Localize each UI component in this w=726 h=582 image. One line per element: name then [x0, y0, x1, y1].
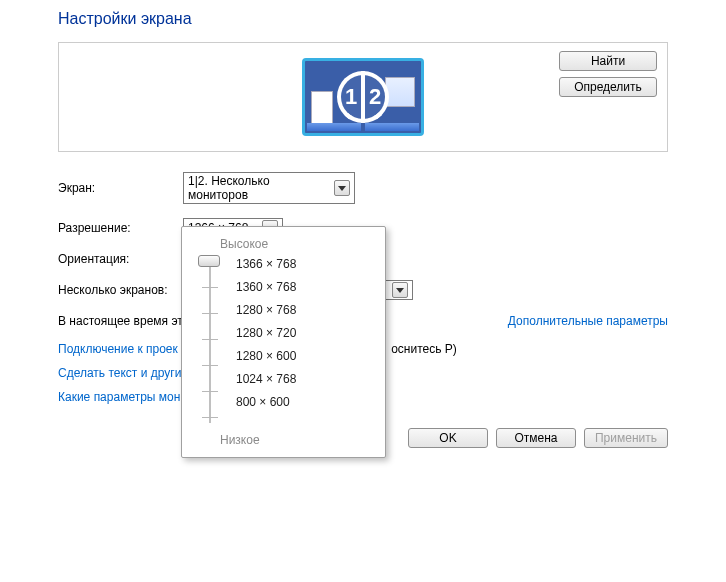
- resolution-option[interactable]: 1360 × 768: [236, 280, 296, 294]
- resolution-option[interactable]: 800 × 600: [236, 395, 296, 409]
- resolution-option[interactable]: 1280 × 768: [236, 303, 296, 317]
- dropdown-arrow-icon: [392, 282, 408, 298]
- monitor-preview[interactable]: 1 2 Найти Определить: [58, 42, 668, 152]
- status-text: В настоящее время это: [58, 314, 189, 328]
- detect-button[interactable]: Определить: [559, 77, 657, 97]
- advanced-link[interactable]: Дополнительные параметры: [508, 314, 668, 328]
- resolution-label: Разрешение:: [58, 221, 183, 235]
- resolution-option[interactable]: 1280 × 720: [236, 326, 296, 340]
- slider-low-label: Низкое: [220, 433, 373, 447]
- dropdown-arrow-icon: [334, 180, 350, 196]
- projector-link-tail: оснитесь P): [391, 342, 457, 356]
- monitor-number-2: 2: [363, 71, 389, 123]
- find-button[interactable]: Найти: [559, 51, 657, 71]
- ok-button[interactable]: OK: [408, 428, 488, 448]
- resolution-option[interactable]: 1280 × 600: [236, 349, 296, 363]
- apply-button: Применить: [584, 428, 668, 448]
- slider-high-label: Высокое: [220, 237, 373, 251]
- cancel-button[interactable]: Отмена: [496, 428, 576, 448]
- orientation-label: Ориентация:: [58, 252, 183, 266]
- monitor-number-1: 1: [337, 71, 363, 123]
- multiple-label: Несколько экранов:: [58, 283, 183, 297]
- resolution-option[interactable]: 1024 × 768: [236, 372, 296, 386]
- resolution-slider[interactable]: [200, 257, 222, 427]
- slider-thumb[interactable]: [198, 255, 220, 267]
- screen-label: Экран:: [58, 181, 183, 195]
- resolution-slider-popup[interactable]: Высокое 1366 × 7681360 × 7681280 × 76812…: [181, 226, 386, 458]
- screen-dropdown-value: 1|2. Несколько мониторов: [188, 174, 330, 202]
- page-title: Настройки экрана: [58, 10, 668, 28]
- resolution-option[interactable]: 1366 × 768: [236, 257, 296, 271]
- screen-dropdown[interactable]: 1|2. Несколько мониторов: [183, 172, 355, 204]
- projector-link[interactable]: Подключение к проек: [58, 342, 178, 356]
